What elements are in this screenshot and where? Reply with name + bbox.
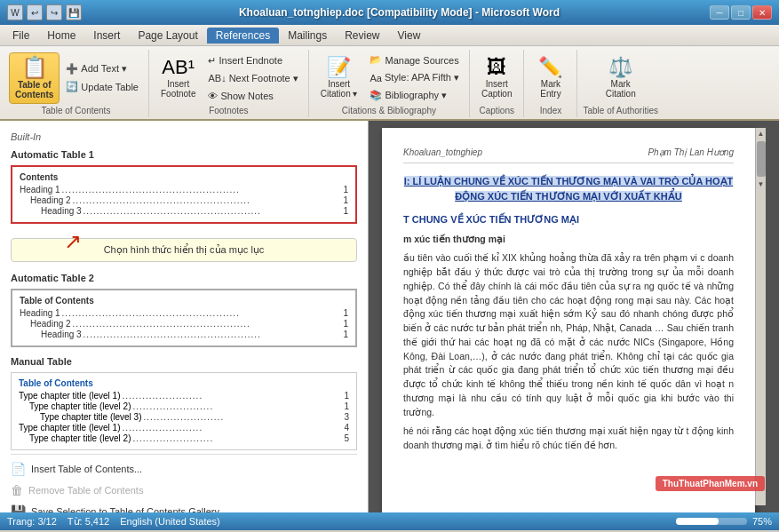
mark-citation-label: MarkCitation [606,79,636,99]
menu-insert[interactable]: Insert [84,28,129,44]
zoom-bar[interactable] [676,518,747,525]
toc-preview-1-title: Contents [20,172,348,182]
insert-footnote-button[interactable]: AB¹ InsertFootnote [155,53,202,103]
menu-review[interactable]: Review [336,28,388,44]
menu-file[interactable]: File [4,28,38,44]
redo-icon[interactable]: ↪ [46,4,62,20]
toc-preview-2-h1: Heading 1 ..............................… [20,308,348,318]
index-group-label: Index [540,106,561,115]
remove-toc-label: Remove Table of Contents [28,485,143,496]
show-notes-button[interactable]: 👁 Show Notes [203,88,302,104]
toc-preview-2[interactable]: Table of Contents Heading 1 ............… [11,289,357,347]
menu-view[interactable]: View [389,28,430,44]
menu-mailings[interactable]: Mailings [279,28,336,44]
h1-dots: ........................................… [62,185,342,195]
ribbon-group-citations: 📝 InsertCitation ▾ 📂 Manage Sources Aa S… [309,50,470,117]
maximize-button[interactable]: □ [731,5,751,20]
manual-h2b: Type chapter title (level 2) ...........… [19,433,349,443]
menu-bar: File Home Insert Page Layout References … [0,25,779,46]
save-toc-label: Save Selection to Table of Contents Gall… [31,506,227,512]
section-title: T CHUNG VỀ XÚC TIẾN THƯƠNG MẠI [403,212,734,227]
mark-citation-button[interactable]: ⚖️ MarkCitation [600,53,642,103]
add-text-label: Add Text ▾ [81,63,127,75]
chapter-title: I: LÍ LUẬN CHUNG VỀ XÚC TIẾN THƯƠNG MẠI … [403,174,734,203]
insert-toc-label: Insert Table of Contents... [31,464,142,474]
manage-sources-button[interactable]: 📂 Manage Sources [365,52,464,68]
window-controls: ─ □ ✕ [710,5,772,20]
style-label: Style: APA Fifth ▾ [385,72,459,83]
insert-toc-icon: 📄 [11,462,26,476]
doc-header-right: Phạm Thị Lan Hương [648,146,734,159]
insert-endnote-label: Insert Endnote [219,55,282,66]
scrollbar-right[interactable]: ▲ ▼ [755,128,766,505]
remove-toc-icon: 🗑 [11,483,23,497]
add-text-icon: ➕ [66,63,78,75]
toc-icon: 📋 [21,57,48,78]
scroll-up-arrow[interactable]: ▲ [756,128,767,139]
callout-container: ↗ Chọn hình thức hiển thị của mục lục [11,238,357,262]
show-notes-label: Show Notes [220,91,273,101]
minimize-button[interactable]: ─ [710,5,729,20]
insert-endnote-button[interactable]: ↵ Insert Endnote [203,52,302,69]
status-language: English (United States) [120,516,220,527]
paragraph-3: hé nói rằng các hoạt động xúc tiến thươn… [403,425,734,453]
table-of-contents-button[interactable]: 📋 Table ofContents [9,52,60,104]
update-table-button[interactable]: 🔄 Update Table [61,78,143,95]
toc-manual-preview[interactable]: Table of Contents Type chapter title (le… [11,372,357,450]
h2-dots: ........................................… [73,195,342,205]
menu-page-layout[interactable]: Page Layout [129,28,206,44]
add-text-button[interactable]: ➕ Add Text ▾ [61,60,143,77]
h1-text: Heading 1 [20,185,60,195]
next-footnote-label: Next Footnote ▾ [229,73,298,84]
h2-num: 1 [343,195,348,205]
toc-preview-2-h3: Heading 3 ..............................… [20,330,348,339]
zoom-fill [676,518,719,525]
close-button[interactable]: ✕ [752,5,772,20]
citations-small-group: 📂 Manage Sources Aa Style: APA Fifth ▾ 📚… [365,52,464,104]
insert-caption-button[interactable]: 🖼 InsertCaption [475,53,518,103]
callout-text: Chọn hình thức hiển thị của mục lục [104,244,265,255]
window-title: Khoaluan_totnghiep.doc [Compatibility Mo… [89,6,710,19]
mark-entry-label: MarkEntry [540,79,560,99]
status-right: 75% [676,516,772,527]
undo-icon[interactable]: ↩ [27,4,43,20]
mark-entry-icon: ✏️ [538,58,562,77]
mark-citation-icon: ⚖️ [608,58,632,77]
toc-small-group: ➕ Add Text ▾ 🔄 Update Table [61,60,143,95]
show-notes-icon: 👁 [208,91,218,101]
toc-preview-1[interactable]: Contents Heading 1 .....................… [11,165,357,224]
toc-preview-1-h1: Heading 1 ..............................… [20,185,348,195]
insert-toc-item[interactable]: 📄 Insert Table of Contents... [0,458,368,480]
watermark: ThuThuatPhanMem.vn [656,476,765,491]
word-icon: W [7,4,23,20]
citations-group-content: 📝 InsertCitation ▾ 📂 Manage Sources Aa S… [314,52,464,104]
manual-h1b: Type chapter title (level 1) ...........… [19,423,349,433]
insert-citation-button[interactable]: 📝 InsertCitation ▾ [314,53,364,103]
ribbon-group-authorities: ⚖️ MarkCitation Table of Authorities [577,50,664,117]
save-toc-item[interactable]: 💾 Save Selection to Table of Contents Ga… [0,501,368,512]
doc-header: Khoaluan_totnghiep Phạm Thị Lan Hương [403,146,734,163]
style-button[interactable]: Aa Style: APA Fifth ▾ [365,69,464,86]
toc-preview-1-h3: Heading 3 ..............................… [20,206,348,216]
chapter-title-text: I: LÍ LUẬN CHUNG VỀ XÚC TIẾN THƯƠNG MẠI … [404,176,734,202]
toc-dropdown-panel[interactable]: Built-In Automatic Table 1 Contents Head… [0,121,369,512]
doc-header-left: Khoaluan_totnghiep [403,146,482,159]
menu-home[interactable]: Home [38,28,84,44]
mark-entry-button[interactable]: ✏️ MarkEntry [531,53,570,103]
insert-caption-icon: 🖼 [487,58,506,77]
auto-table-1-label: Automatic Table 1 [0,144,368,162]
paragraph-1: m xúc tiến thương mại [403,233,734,247]
toc-preview-2-h2: Heading 2 ..............................… [20,319,348,329]
ribbon-group-toc: 📋 Table ofContents ➕ Add Text ▾ 🔄 Update… [4,50,149,117]
next-footnote-button[interactable]: AB↓ Next Footnote ▾ [203,70,302,87]
bibliography-button[interactable]: 📚 Bibliography ▾ [365,87,464,104]
footnotes-small-group: ↵ Insert Endnote AB↓ Next Footnote ▾ 👁 S… [203,52,302,104]
manual-h2a: Type chapter title (level 2) ...........… [19,401,349,411]
toc-separator [11,454,357,455]
scroll-down-arrow[interactable]: ▼ [756,179,767,190]
remove-toc-item[interactable]: 🗑 Remove Table of Contents [0,480,368,501]
scroll-thumb[interactable] [757,141,766,177]
paragraph-2: ầu tiên vào cuối thế kỉ XIX khủng hoảng … [403,251,734,419]
save-icon[interactable]: 💾 [66,4,82,20]
menu-references[interactable]: References [207,28,279,44]
